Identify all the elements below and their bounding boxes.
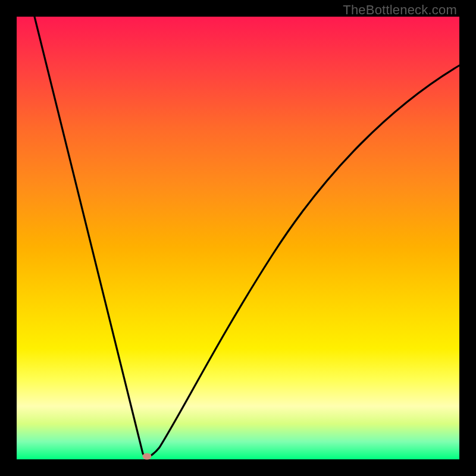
curve-path	[35, 17, 459, 458]
watermark-text: TheBottleneck.com	[343, 2, 457, 18]
chart-area	[17, 17, 459, 459]
bottleneck-curve	[17, 17, 459, 459]
optimal-marker	[143, 453, 152, 459]
